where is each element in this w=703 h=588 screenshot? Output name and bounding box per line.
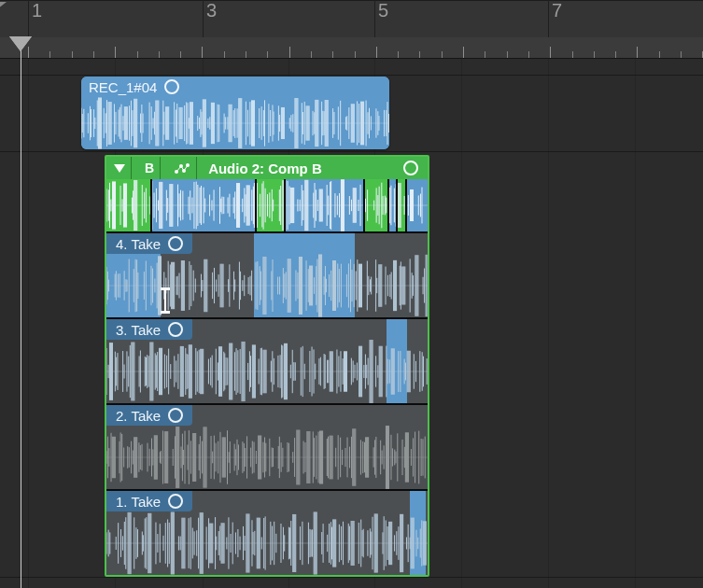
take-label[interactable]: 1. Take xyxy=(106,491,192,511)
bar-number: 7 xyxy=(552,0,562,21)
take-label-text: 1. Take xyxy=(116,494,161,510)
comp-lane[interactable] xyxy=(106,179,428,231)
playhead-icon[interactable] xyxy=(9,36,32,51)
take-label-text: 2. Take xyxy=(116,408,161,424)
audio-region[interactable]: REC_1#04 xyxy=(81,77,389,149)
timeline-ruler[interactable]: 1 3 5 7 xyxy=(0,0,703,38)
take-label[interactable]: 2. Take xyxy=(106,405,192,426)
flex-button[interactable] xyxy=(168,157,197,179)
bar-number: 5 xyxy=(378,0,388,21)
timeline-subruler[interactable] xyxy=(0,37,703,59)
take-label[interactable]: 4. Take xyxy=(106,233,192,254)
take-label-text: 3. Take xyxy=(116,322,161,338)
waveform xyxy=(81,97,389,149)
waveform xyxy=(106,340,428,403)
ruler-start-marker-icon[interactable] xyxy=(0,2,7,15)
loop-icon[interactable] xyxy=(168,322,183,337)
take-label[interactable]: 3. Take xyxy=(106,319,192,340)
comp-selector-button[interactable]: B xyxy=(139,157,161,179)
waveform xyxy=(106,254,428,317)
loop-icon[interactable] xyxy=(164,79,179,94)
disclosure-button[interactable] xyxy=(106,157,132,179)
take-lane[interactable]: 3. Take xyxy=(106,317,428,403)
take-folder-title: Audio 2: Comp B xyxy=(204,161,396,176)
take-lane[interactable]: 4. Take xyxy=(106,231,428,317)
loop-icon[interactable] xyxy=(168,494,183,509)
take-label-text: 4. Take xyxy=(116,236,161,252)
take-lane[interactable]: 1. Take xyxy=(106,489,428,575)
take-lane[interactable]: 2. Take xyxy=(106,403,428,489)
waveform xyxy=(106,179,428,231)
loop-icon[interactable] xyxy=(168,408,183,423)
playhead-line[interactable] xyxy=(21,37,21,588)
bar-number: 1 xyxy=(32,0,42,21)
chevron-down-icon xyxy=(114,164,125,173)
waveform xyxy=(106,426,428,489)
arrange-area[interactable]: 1 3 5 7 REC_1#04 B xyxy=(0,0,703,588)
flex-icon xyxy=(174,161,190,175)
take-folder[interactable]: B Audio 2: Comp B 4. Take3. Take2. Take xyxy=(105,155,429,577)
take-folder-header[interactable]: B Audio 2: Comp B xyxy=(106,157,428,179)
bar-number: 3 xyxy=(206,0,217,21)
comp-letter: B xyxy=(145,161,154,175)
loop-icon[interactable] xyxy=(168,236,183,251)
region-name: REC_1#04 xyxy=(89,79,157,95)
waveform xyxy=(106,511,428,575)
loop-icon[interactable] xyxy=(403,161,418,175)
